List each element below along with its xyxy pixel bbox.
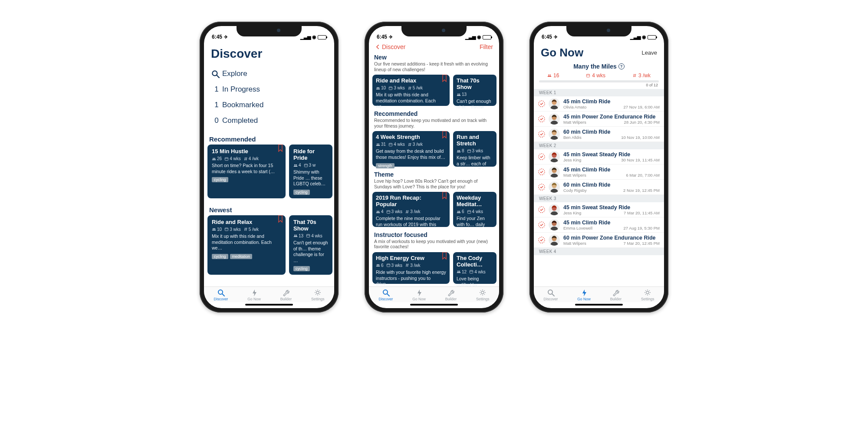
tab-gonow[interactable]: Go Now	[412, 289, 426, 301]
menu-explore[interactable]: Explore	[204, 66, 334, 82]
tab-label: Go Now	[247, 297, 261, 301]
status-time: 6:45	[212, 34, 222, 40]
tab-discover[interactable]: Discover	[378, 289, 393, 301]
home-indicator[interactable]	[575, 304, 623, 306]
workout-row[interactable]: 60 min Climb RideCody Rigsby2 Nov 19, 12…	[534, 180, 664, 195]
workout-row[interactable]: 45 min Climb RideOlivia Amato27 Nov 19, …	[534, 96, 664, 112]
check-ring-icon[interactable]	[538, 131, 545, 138]
challenge-card[interactable]: 4 Week Strength314 wks3 /wkGet away from…	[372, 131, 450, 167]
people-icon	[457, 92, 461, 97]
stat-freq: 3 /wk	[638, 72, 651, 79]
challenge-card[interactable]: High Energy Crew63 wks3 /wkRide with you…	[372, 252, 450, 284]
tab-label: Settings	[311, 297, 325, 301]
challenge-card[interactable]: Weekday Meditat…64 wksFind your Zen with…	[453, 192, 496, 227]
tab-builder[interactable]: Builder	[280, 289, 292, 301]
workout-row[interactable]: 60 min Power Zone Endurance RideMatt Wil…	[534, 233, 664, 248]
tab-label: Settings	[641, 297, 654, 301]
workout-row[interactable]: 45 min Climb RideMatt Wilpers6 Mar 20, 7…	[534, 164, 664, 180]
hash-icon	[243, 157, 248, 161]
challenge-card[interactable]: That 70s Show13Can't get enough of th… t…	[453, 75, 496, 106]
check-ring-icon[interactable]	[538, 100, 545, 107]
home-indicator[interactable]	[410, 304, 458, 306]
tab-label: Builder	[280, 297, 292, 301]
phone-discover: 6:45✈ ▁▃▅ ◉ Discover Explore 1 In Progre…	[200, 22, 339, 312]
challenge-card[interactable]: The Cody Collecti…124 wksLove being upli…	[453, 252, 496, 284]
menu-count: 1	[211, 85, 222, 94]
card-desc: Mix it up with this ride and meditation …	[212, 233, 281, 251]
calendar-icon	[224, 227, 229, 231]
menu-completed[interactable]: 0 Completed	[204, 113, 334, 128]
check-ring-icon[interactable]	[538, 115, 545, 122]
workout-date: 7 Mar 20, 11:45 AM	[624, 210, 660, 215]
section-title: Instructor focused	[374, 231, 494, 238]
challenge-card[interactable]: 15 Min Hustle264 wks4 /wkShort on time? …	[207, 145, 286, 198]
leave-button[interactable]: Leave	[642, 49, 657, 56]
challenge-card[interactable]: That 70s Show134 wksCan't get enough of …	[289, 215, 332, 275]
card-people: 26	[217, 156, 222, 161]
back-label: Discover	[382, 43, 405, 50]
check-ring-icon[interactable]	[538, 168, 545, 175]
tab-discover[interactable]: Discover	[543, 289, 558, 301]
workout-row[interactable]: 45 min Power Zone Endurance RideMatt Wil…	[534, 112, 664, 127]
instructor-name: Jess King	[563, 210, 581, 215]
challenge-card[interactable]: Ride and Relax103 wks5 /wkMix it up with…	[372, 75, 450, 106]
menu-in-progress[interactable]: 1 In Progress	[204, 82, 334, 97]
tab-discover[interactable]: Discover	[214, 289, 228, 301]
tab-settings[interactable]: Settings	[476, 289, 490, 301]
filter-button[interactable]: Filter	[480, 43, 493, 50]
tag: strength	[376, 163, 395, 168]
tab-gonow[interactable]: Go Now	[577, 289, 591, 301]
section-title: Theme	[374, 171, 494, 178]
tab-builder[interactable]: Builder	[445, 289, 457, 301]
tab-settings[interactable]: Settings	[641, 289, 654, 301]
home-indicator[interactable]	[245, 304, 293, 306]
bookmark-icon[interactable]	[442, 131, 447, 139]
tab-bar: DiscoverGo NowBuilderSettings	[534, 286, 664, 302]
week-label: WEEK 2	[534, 142, 664, 149]
tab-builder[interactable]: Builder	[610, 289, 621, 301]
card-weeks: 4 wks	[474, 270, 486, 274]
check-ring-icon[interactable]	[538, 237, 545, 243]
check-ring-icon[interactable]	[538, 153, 545, 160]
program-stats: 16 4 wks 3 /wk	[534, 71, 664, 80]
challenge-card[interactable]: 2019 Run Recap: Popular43 wks3 /wkComple…	[372, 192, 450, 227]
bookmark-icon[interactable]	[278, 215, 283, 223]
back-button[interactable]: Discover	[375, 43, 405, 50]
bookmark-icon[interactable]	[442, 192, 447, 200]
bookmark-icon[interactable]	[442, 75, 447, 82]
card-title: Ride and Relax	[376, 77, 446, 84]
workout-title: 45 min Climb Ride	[563, 99, 660, 105]
wifi-icon: ◉	[477, 34, 481, 40]
card-desc: Find your Zen with fo… daily meditation …	[457, 216, 493, 229]
workout-row[interactable]: 45 min Climb RideEmma Lovewell27 Aug 19,…	[534, 217, 664, 233]
workout-row[interactable]: 45 min Sweat Steady RideJess King7 Mar 2…	[534, 202, 664, 217]
card-weeks: 3 w	[309, 163, 316, 168]
card-title: 15 Min Hustle	[212, 148, 281, 155]
card-desc: Keep limber with a str… each of your run…	[457, 155, 493, 169]
check-ring-icon[interactable]	[538, 206, 545, 213]
tab-settings[interactable]: Settings	[311, 289, 325, 301]
challenge-card[interactable]: Ride for Pride43 wShimmy with Pride … th…	[289, 145, 332, 198]
check-ring-icon[interactable]	[538, 221, 545, 228]
bookmark-icon[interactable]	[278, 145, 283, 152]
card-title: That 70s Show	[293, 219, 328, 232]
menu-bookmarked[interactable]: 1 Bookmarked	[204, 97, 334, 113]
workout-row[interactable]: 45 min Sweat Steady RideJess King30 Nov …	[534, 149, 664, 164]
workout-title: 60 min Climb Ride	[563, 182, 660, 188]
bookmark-icon[interactable]	[442, 252, 447, 260]
workout-row[interactable]: 60 min Climb RideBen Alldis10 Nov 19, 10…	[534, 127, 664, 142]
tab-gonow[interactable]: Go Now	[247, 289, 261, 301]
challenge-card[interactable]: Run and Stretch83 wksKeep limber with a …	[453, 131, 496, 167]
challenge-card[interactable]: Ride and Relax103 wks5 /wkMix it up with…	[207, 215, 286, 275]
people-icon	[293, 163, 298, 168]
check-ring-icon[interactable]	[538, 184, 545, 191]
settings-icon	[314, 289, 322, 296]
instructor-name: Matt Wilpers	[563, 120, 586, 125]
card-title: 2019 Run Recap: Popular	[376, 194, 446, 207]
calendar-icon	[467, 210, 471, 214]
section-title: Recommended	[374, 110, 494, 117]
info-icon[interactable]: ?	[618, 63, 625, 69]
search-icon	[211, 69, 220, 78]
workout-date: 30 Nov 19, 11:45 AM	[621, 158, 660, 162]
workout-title: 60 min Power Zone Endurance Ride	[563, 235, 660, 241]
